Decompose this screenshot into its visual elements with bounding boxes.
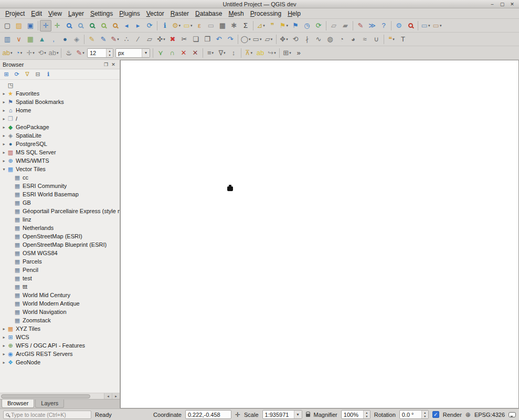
close-panel-button[interactable]: ✕ — [110, 61, 117, 68]
tab-layers[interactable]: Layers — [35, 400, 64, 408]
add-ring-button[interactable]: ◍ — [324, 34, 336, 45]
rotate-label-button[interactable]: ⟲▾ — [36, 47, 48, 59]
coordinate-label[interactable]: Coordinate — [153, 412, 182, 418]
minimize-button[interactable]: – — [488, 1, 496, 7]
data-source-manager-button[interactable]: ▥ — [2, 34, 13, 45]
tree-item-vt-pencil[interactable]: ▦Pencil — [0, 266, 120, 274]
menu-plugins[interactable]: Plugins — [116, 9, 143, 18]
font-units-combo[interactable]: px▾ — [115, 48, 150, 58]
tracing-tool-button[interactable]: ⋎ — [155, 47, 166, 59]
select-features-button[interactable]: ▭▾ — [182, 20, 194, 32]
rectangle-tool-button[interactable]: ▭▾ — [251, 34, 263, 45]
stepper-down-icon[interactable]: ▾ — [364, 415, 370, 419]
text-annotation-button[interactable]: T — [397, 34, 409, 45]
expand-arrow-icon[interactable]: ▸ — [1, 117, 7, 121]
magnifier-spinbox[interactable]: 100% ▴▾ — [341, 410, 370, 419]
move-feature-button[interactable]: ✥▾ — [278, 34, 290, 45]
expand-arrow-icon[interactable]: ▸ — [1, 335, 7, 340]
tree-item-geopackage[interactable]: ▸◆GeoPackage — [0, 123, 120, 131]
scale-combo[interactable]: 1:935971 ▾ — [262, 410, 302, 419]
maximize-button[interactable]: ▢ — [498, 1, 506, 7]
expand-arrow-icon[interactable]: ▸ — [1, 327, 7, 331]
expand-arrow-icon[interactable]: ▸ — [1, 91, 7, 96]
tree-item-vt-esri-community[interactable]: ▦ESRI Community — [0, 182, 120, 190]
save-project-button[interactable]: ▣ — [25, 20, 36, 32]
scroll-right-button[interactable]: ▸ — [112, 393, 120, 399]
stepper-up-icon[interactable]: ▴ — [364, 411, 370, 415]
tree-item-unknown-item[interactable]: ◳ — [0, 81, 120, 89]
messages-icon[interactable] — [509, 412, 516, 417]
select-by-location-button[interactable]: ▭▾ — [420, 20, 431, 32]
text-format-button[interactable]: ✎▾ — [75, 47, 86, 59]
tree-item-wcs[interactable]: ▸⊞WCS — [0, 333, 120, 341]
zoom-next-button[interactable]: ▸ — [132, 20, 144, 32]
rotate-feature-button[interactable]: ⟲ — [290, 34, 301, 45]
expand-arrow-icon[interactable]: ▸ — [1, 360, 7, 365]
change-label-button[interactable]: ab▾ — [48, 47, 59, 59]
tree-item-vt-netherlands[interactable]: ▦Netherlands — [0, 224, 120, 232]
map-theme-button[interactable]: ≡▾ — [205, 47, 216, 59]
pan-map-button[interactable]: ✛ — [40, 20, 51, 32]
tree-item-spatial-bookmarks[interactable]: ▸⚑Spatial Bookmarks — [0, 98, 120, 106]
add-part-button[interactable]: ◔ — [336, 34, 347, 45]
zoom-to-layer-button[interactable] — [109, 20, 121, 32]
new-print-layout-button[interactable]: ▱ — [328, 20, 340, 32]
merge-features-button[interactable]: ∪ — [370, 34, 382, 45]
filter-browser-button[interactable]: ∇ — [23, 70, 32, 79]
menu-layer[interactable]: Layer — [65, 9, 87, 18]
add-vector-layer-button[interactable]: ∨ — [13, 34, 25, 45]
tree-item-vt-osm-wgs84[interactable]: ▦OSM WGS84 — [0, 249, 120, 257]
menu-mesh[interactable]: Mesh — [225, 9, 247, 18]
layout-manager-button[interactable]: ▰ — [340, 20, 351, 32]
refresh-map-button[interactable]: ⟳ — [144, 20, 155, 32]
redo-button[interactable]: ↷ — [225, 34, 236, 45]
open-project-button[interactable]: ▨ — [13, 20, 25, 32]
tree-item-postgresql[interactable]: ▸●PostgreSQL — [0, 140, 120, 148]
tree-item-vt-world-modern-antique[interactable]: ▦World Modern Antique — [0, 299, 120, 308]
layer-labeling-button[interactable]: ab▾ — [2, 47, 13, 59]
stepper-up-icon[interactable]: ▴ — [107, 49, 113, 53]
clear-tool-button[interactable]: ✕ — [178, 47, 189, 59]
filter-legend-button[interactable]: ∇▾ — [216, 47, 228, 59]
tree-item-wms-wmts[interactable]: ▸⊕WMS/WMTS — [0, 156, 120, 165]
tree-item-vt-esri-world-basemap[interactable]: ▦ESRI World Basemap — [0, 190, 120, 198]
coordinate-input[interactable]: 0.222,-0.458 — [185, 410, 231, 419]
add-mesh-layer-button[interactable]: ▲ — [36, 34, 48, 45]
copy-features-button[interactable]: ❏ — [190, 34, 202, 45]
render-checkbox[interactable]: ✓ — [432, 411, 439, 418]
select-by-expression-button[interactable]: ε — [194, 20, 205, 32]
measure-button[interactable]: ⊿▾ — [255, 20, 267, 32]
tree-item-home[interactable]: ▸⌂Home — [0, 106, 120, 114]
tree-item-vt-zoomstack[interactable]: ▦Zoomstack — [0, 316, 120, 324]
layer-diagram-button[interactable]: ◔▾ — [13, 47, 25, 59]
regular-polygon-tool-button[interactable]: ▱▾ — [263, 34, 274, 45]
chevron-down-icon[interactable]: ▾ — [142, 49, 150, 57]
statistical-summary-button[interactable]: Σ — [240, 20, 251, 32]
tree-item-vt-ttt[interactable]: ▦ttt — [0, 282, 120, 291]
run-feature-action-button[interactable]: ⚙▾ — [171, 20, 182, 32]
tree-item-root-folder[interactable]: ▸❒/ — [0, 114, 120, 123]
tree-item-vt-openstreetmap-esri[interactable]: ▦OpenStreetMap (ESRI) — [0, 232, 120, 240]
reshape-features-button[interactable]: ∿ — [313, 34, 324, 45]
tree-item-vt-openstreetmap-blueprint-esri[interactable]: ▦OpenStreetMap Blueprint (ESRI) — [0, 240, 120, 249]
tree-item-geonode[interactable]: ▸❖GeoNode — [0, 358, 120, 366]
expand-arrow-icon[interactable]: ▸ — [1, 150, 7, 155]
show-bookmarks-button[interactable]: ⚑ — [290, 20, 301, 32]
add-spatialite-layer-button[interactable]: ◈ — [71, 34, 82, 45]
map-tips-button[interactable]: ❞ — [267, 20, 278, 32]
zoom-last-button[interactable]: ◂ — [121, 20, 132, 32]
menu-vector[interactable]: Vector — [143, 9, 167, 18]
add-raster-layer-button[interactable]: ▦ — [25, 34, 36, 45]
style-manager-button[interactable]: ✎ — [355, 20, 366, 32]
stepper-down-icon[interactable]: ▾ — [422, 415, 428, 419]
expand-arrow-icon[interactable]: ▸ — [1, 108, 7, 113]
expand-arrow-icon[interactable]: ▸ — [1, 125, 7, 130]
processing-toolbox-button[interactable]: ⚙ — [393, 20, 405, 32]
undo-button[interactable]: ↶ — [213, 34, 225, 45]
fill-ring-button[interactable]: ◕ — [347, 34, 359, 45]
identify-features-button[interactable]: ℹ — [159, 20, 171, 32]
zoom-out-button[interactable] — [75, 20, 86, 32]
menu-settings[interactable]: Settings — [87, 9, 116, 18]
save-layer-edits-button[interactable]: ✎ — [98, 34, 109, 45]
table-options-button[interactable]: ⊞▾ — [281, 47, 293, 59]
